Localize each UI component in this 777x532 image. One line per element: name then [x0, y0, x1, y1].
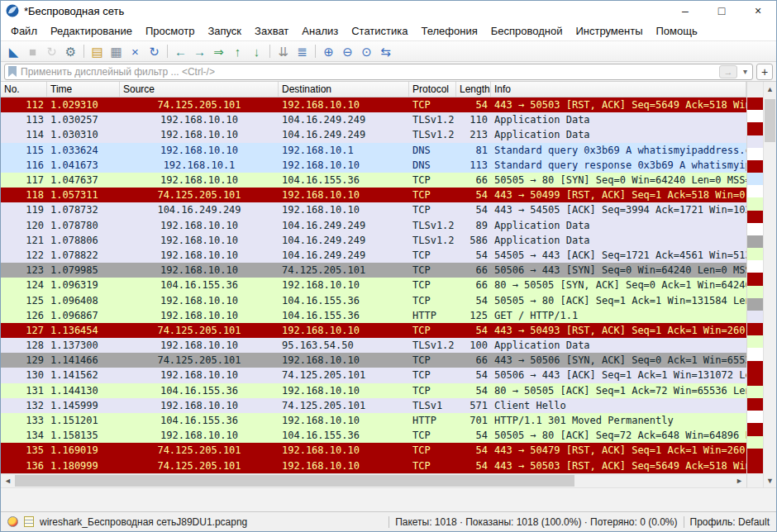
- maximize-button[interactable]: □: [703, 1, 740, 21]
- menu-tools[interactable]: Инструменты: [569, 22, 649, 40]
- column-header-source[interactable]: Source: [120, 82, 279, 97]
- packet-row-118[interactable]: 1181.05731174.125.205.101192.168.10.10TC…: [1, 188, 746, 202]
- packet-map-segment: [747, 173, 763, 185]
- vertical-scrollbar[interactable]: ▲ ▼: [763, 82, 776, 487]
- column-header-protocol[interactable]: Protocol: [409, 82, 456, 97]
- close-file-icon[interactable]: ×: [126, 42, 145, 60]
- scroll-right-button[interactable]: ►: [732, 474, 746, 487]
- scroll-left-button[interactable]: ◄: [1, 474, 15, 487]
- cell-no: 126: [1, 310, 47, 321]
- packet-row-125[interactable]: 1251.096408192.168.10.10104.16.155.36TCP…: [1, 292, 746, 307]
- apply-filter-button[interactable]: →: [719, 65, 737, 78]
- packet-row-117[interactable]: 1171.047637192.168.10.10104.16.155.36TCP…: [1, 173, 746, 188]
- cell-length: 54: [456, 99, 491, 111]
- go-back-icon[interactable]: ←: [171, 42, 190, 60]
- open-file-icon[interactable]: ▤: [88, 42, 107, 60]
- save-file-icon[interactable]: ▦: [107, 42, 126, 60]
- capture-options-icon[interactable]: ⚙: [61, 42, 80, 60]
- cell-time: 1.033624: [47, 145, 120, 156]
- profile-label[interactable]: Профиль: Default: [690, 516, 770, 528]
- packet-map-segment: [747, 298, 763, 311]
- display-filter-input[interactable]: [21, 66, 715, 78]
- go-last-packet-icon[interactable]: ↓: [247, 42, 266, 60]
- packet-row-123[interactable]: 1231.079985192.168.10.1074.125.205.101TC…: [1, 263, 746, 278]
- cell-length: 213: [456, 129, 491, 140]
- packet-row-126[interactable]: 1261.096867192.168.10.10104.16.155.36HTT…: [1, 308, 746, 323]
- resize-columns-icon[interactable]: ⇆: [376, 42, 395, 60]
- horizontal-scrollbar[interactable]: ◄ ►: [1, 473, 746, 487]
- packet-row-124[interactable]: 1241.096319104.16.155.36192.168.10.10TCP…: [1, 278, 746, 292]
- menu-wireless[interactable]: Беспроводной: [484, 22, 570, 40]
- column-header-time[interactable]: Time: [47, 82, 120, 97]
- menu-telephony[interactable]: Телефония: [414, 22, 484, 40]
- packet-map-segment: [747, 449, 763, 461]
- go-forward-icon[interactable]: →: [190, 42, 209, 60]
- packet-row-114[interactable]: 1141.030310192.168.10.10104.16.249.249TL…: [1, 127, 746, 142]
- filter-bookmark-icon[interactable]: [8, 66, 17, 77]
- zoom-out-icon[interactable]: ⊖: [338, 42, 357, 60]
- cell-protocol: TCP: [409, 460, 456, 472]
- menu-view[interactable]: Просмотр: [139, 22, 201, 40]
- packet-row-136[interactable]: 1361.18099974.125.205.101192.168.10.10TC…: [1, 458, 746, 473]
- capture-comment-icon[interactable]: [24, 516, 34, 527]
- horizontal-scroll-track[interactable]: [15, 474, 732, 487]
- cell-length: 66: [456, 279, 491, 291]
- cell-protocol: TCP: [409, 295, 456, 306]
- packet-row-122[interactable]: 1221.078822192.168.10.10104.16.249.249TC…: [1, 248, 746, 263]
- zoom-in-icon[interactable]: ⊕: [319, 42, 338, 60]
- packet-row-121[interactable]: 1211.078806192.168.10.10104.16.249.249TL…: [1, 233, 746, 248]
- column-header-no[interactable]: No.: [1, 82, 47, 97]
- packet-row-134[interactable]: 1341.158135192.168.10.10104.16.155.36TCP…: [1, 428, 746, 443]
- column-header-length[interactable]: Length: [456, 82, 491, 97]
- packet-row-112[interactable]: 1121.02931074.125.205.101192.168.10.10TC…: [1, 97, 746, 112]
- expert-info-icon[interactable]: [7, 516, 18, 527]
- packet-map-segment: [747, 423, 763, 435]
- menu-statistics[interactable]: Статистика: [345, 22, 414, 40]
- cell-length: 113: [456, 159, 491, 171]
- zoom-original-icon[interactable]: ⊙: [357, 42, 376, 60]
- scroll-down-button[interactable]: ▼: [764, 473, 776, 487]
- packet-row-130[interactable]: 1301.141562192.168.10.1074.125.205.101TC…: [1, 368, 746, 382]
- packet-row-115[interactable]: 1151.033624192.168.10.10192.168.10.1DNS8…: [1, 143, 746, 158]
- add-filter-button[interactable]: +: [756, 64, 773, 80]
- menu-help[interactable]: Помощь: [650, 22, 704, 40]
- packet-map[interactable]: [747, 97, 763, 473]
- menu-file[interactable]: Файл: [4, 22, 44, 40]
- go-first-packet-icon[interactable]: ↑: [228, 42, 247, 60]
- menu-go[interactable]: Запуск: [201, 22, 248, 40]
- cell-destination: 95.163.54.50: [279, 340, 409, 351]
- vertical-scroll-track[interactable]: [764, 96, 776, 473]
- packet-row-133[interactable]: 1331.151201104.16.155.36192.168.10.10HTT…: [1, 413, 746, 428]
- vertical-scroll-thumb[interactable]: [765, 99, 775, 142]
- scroll-up-button[interactable]: ▲: [764, 82, 776, 96]
- horizontal-scroll-thumb[interactable]: [15, 475, 574, 487]
- column-header-destination[interactable]: Destination: [279, 82, 409, 97]
- packet-row-127[interactable]: 1271.13645474.125.205.101192.168.10.10TC…: [1, 323, 746, 338]
- statusbar-divider: [684, 516, 684, 528]
- packet-row-131[interactable]: 1311.144130104.16.155.36192.168.10.10TCP…: [1, 383, 746, 398]
- packet-row-135[interactable]: 1351.16901974.125.205.101192.168.10.10TC…: [1, 443, 746, 458]
- filter-history-caret[interactable]: ▾: [741, 67, 749, 76]
- close-button[interactable]: ×: [740, 1, 776, 21]
- go-to-packet-icon[interactable]: ⇒: [209, 42, 228, 60]
- menu-edit[interactable]: Редактирование: [44, 22, 139, 40]
- packet-row-116[interactable]: 1161.041673192.168.10.1192.168.10.10DNS1…: [1, 158, 746, 173]
- colorize-packets-icon[interactable]: ≣: [293, 42, 312, 60]
- auto-scroll-icon[interactable]: ⇊: [274, 42, 293, 60]
- menu-capture[interactable]: Захват: [248, 22, 295, 40]
- packet-row-119[interactable]: 1191.078732104.16.249.249192.168.10.10TC…: [1, 202, 746, 217]
- cell-protocol: TCP: [409, 325, 456, 336]
- packet-row-129[interactable]: 1291.14146674.125.205.101192.168.10.10TC…: [1, 353, 746, 368]
- cell-no: 122: [1, 249, 47, 261]
- reload-file-icon[interactable]: ↻: [145, 42, 164, 60]
- start-capture-icon[interactable]: ◣: [4, 42, 23, 60]
- packet-row-128[interactable]: 1281.137300192.168.10.1095.163.54.50TLSv…: [1, 338, 746, 353]
- cell-destination: 192.168.10.10: [279, 460, 409, 472]
- packet-row-132[interactable]: 1321.145999192.168.10.1074.125.205.101TL…: [1, 398, 746, 413]
- menu-analyze[interactable]: Анализ: [295, 22, 345, 40]
- packet-row-120[interactable]: 1201.078780192.168.10.10104.16.249.249TL…: [1, 218, 746, 233]
- cell-no: 134: [1, 430, 47, 441]
- minimize-button[interactable]: –: [667, 1, 703, 21]
- packet-row-113[interactable]: 1131.030257192.168.10.10104.16.249.249TL…: [1, 112, 746, 127]
- column-header-info[interactable]: Info: [491, 82, 746, 97]
